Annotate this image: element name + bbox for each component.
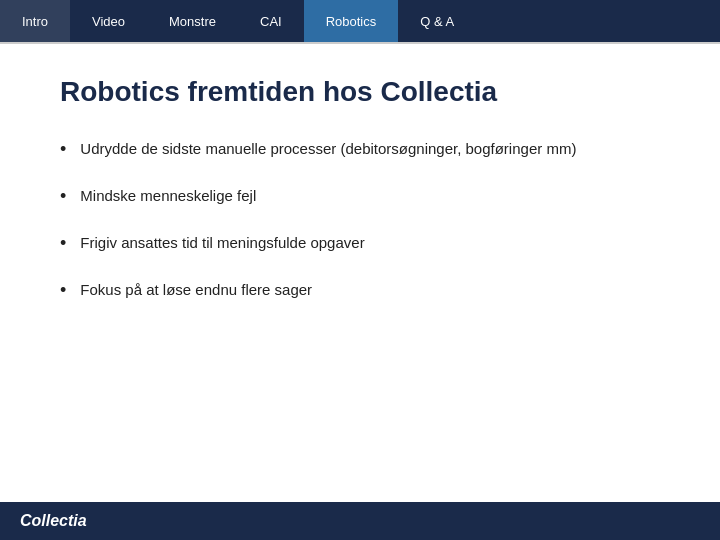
- bullet-dot-icon: •: [60, 136, 66, 163]
- nav-item-intro[interactable]: Intro: [0, 0, 70, 42]
- nav-item-cai[interactable]: CAI: [238, 0, 304, 42]
- nav-item-video[interactable]: Video: [70, 0, 147, 42]
- navigation-bar: IntroVideoMonstreCAIRoboticsQ & A: [0, 0, 720, 42]
- bullet-list: •Udrydde de sidste manuelle processer (d…: [60, 138, 660, 304]
- bullet-text: Mindske menneskelige fejl: [80, 185, 256, 208]
- main-content: Robotics fremtiden hos Collectia •Udrydd…: [0, 44, 720, 346]
- bullet-dot-icon: •: [60, 277, 66, 304]
- bullet-dot-icon: •: [60, 230, 66, 257]
- footer-logo: Collectia: [20, 512, 87, 530]
- bullet-text: Udrydde de sidste manuelle processer (de…: [80, 138, 576, 161]
- list-item: •Udrydde de sidste manuelle processer (d…: [60, 138, 660, 163]
- bullet-text: Frigiv ansattes tid til meningsfulde opg…: [80, 232, 364, 255]
- bullet-text: Fokus på at løse endnu flere sager: [80, 279, 312, 302]
- nav-item-qa[interactable]: Q & A: [398, 0, 476, 42]
- bullet-dot-icon: •: [60, 183, 66, 210]
- list-item: •Mindske menneskelige fejl: [60, 185, 660, 210]
- nav-item-robotics[interactable]: Robotics: [304, 0, 399, 42]
- page-title: Robotics fremtiden hos Collectia: [60, 76, 660, 108]
- list-item: •Frigiv ansattes tid til meningsfulde op…: [60, 232, 660, 257]
- footer-bar: Collectia: [0, 502, 720, 540]
- nav-item-monstre[interactable]: Monstre: [147, 0, 238, 42]
- list-item: •Fokus på at løse endnu flere sager: [60, 279, 660, 304]
